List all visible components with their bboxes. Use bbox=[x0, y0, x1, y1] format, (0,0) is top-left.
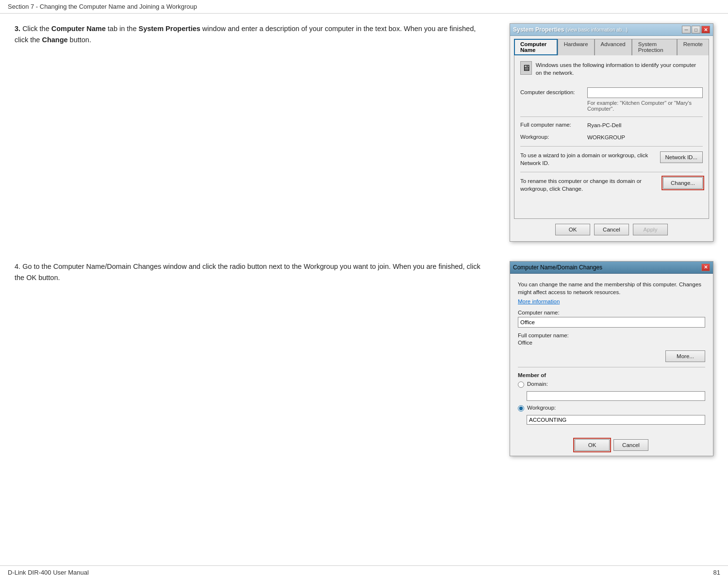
dialog2-footer: OK Cancel bbox=[510, 435, 713, 456]
dialog2-full-name-label: Full computer name: bbox=[518, 332, 705, 338]
workgroup-row: Workgroup: WORKGROUP bbox=[520, 134, 703, 141]
dialog1-tabs: Computer Name Hardware Advanced System P… bbox=[514, 39, 709, 55]
dialog1-minimize-btn[interactable]: ─ bbox=[682, 26, 691, 33]
page-footer: D-Link DIR-400 User Manual 81 bbox=[0, 565, 728, 579]
change-btn[interactable]: Change... bbox=[663, 177, 703, 189]
footer-right: 81 bbox=[713, 569, 720, 576]
main-content: 3. Click the Computer Name tab in the Sy… bbox=[0, 14, 728, 505]
domain-label: Domain: bbox=[527, 381, 548, 387]
network-id-text: To use a wizard to join a domain or work… bbox=[520, 151, 655, 167]
dialog2-close-btn[interactable]: ✕ bbox=[701, 264, 710, 271]
computer-icon: 🖥 bbox=[520, 61, 532, 75]
change-row: To rename this computer or change its do… bbox=[520, 177, 703, 193]
comp-desc-label: Computer description: bbox=[520, 89, 583, 95]
domain-input[interactable] bbox=[527, 391, 705, 401]
dialog1-footer: OK Cancel Apply bbox=[510, 219, 713, 241]
step3-text-before: Click the bbox=[22, 25, 51, 33]
dialog2-comp-name-label: Computer name: bbox=[518, 310, 705, 315]
member-of-label: Member of bbox=[518, 372, 705, 378]
domain-radio-row: Domain: bbox=[518, 381, 705, 388]
step3-text: 3. Click the Computer Name tab in the Sy… bbox=[15, 23, 490, 46]
step4-text-before: Go to the bbox=[22, 263, 53, 270]
tab-hardware[interactable]: Hardware bbox=[558, 39, 595, 55]
dialog2-titlebar: Computer Name/Domain Changes ✕ bbox=[510, 262, 713, 274]
workgroup-radio-row: Workgroup: bbox=[518, 405, 705, 412]
step4-text-after: button. bbox=[36, 274, 60, 281]
dialog1-titlebar: System Properties (view basic informatio… bbox=[510, 24, 713, 36]
workgroup-value: WORKGROUP bbox=[587, 134, 625, 141]
more-btn[interactable]: More... bbox=[665, 350, 705, 362]
dialog2-body: You can change the name and the membersh… bbox=[510, 274, 713, 435]
tab-computer-name[interactable]: Computer Name bbox=[514, 39, 558, 55]
dialog2-cancel-btn[interactable]: Cancel bbox=[613, 439, 648, 451]
more-btn-row: More... bbox=[518, 350, 705, 362]
dialog1-maximize-btn[interactable]: □ bbox=[692, 26, 700, 33]
step4-bold1: Computer Name/Domain Changes bbox=[53, 263, 161, 270]
dialog2-workgroup-label: Workgroup: bbox=[527, 405, 556, 411]
dialog2-full-name-value: Office bbox=[518, 340, 705, 346]
step4-number: 4. bbox=[15, 263, 20, 270]
dialog1-title: System Properties (view basic informatio… bbox=[513, 26, 628, 33]
step3-bold1: Computer Name bbox=[51, 25, 106, 33]
network-id-btn[interactable]: Network ID... bbox=[660, 151, 703, 163]
step3-text-mid1: tab in the bbox=[106, 25, 139, 33]
step4-bold2: OK bbox=[26, 274, 36, 281]
dialog1-info-text: Windows uses the following information t… bbox=[536, 61, 703, 77]
tab-advanced[interactable]: Advanced bbox=[595, 39, 632, 55]
domain-changes-dialog: Computer Name/Domain Changes ✕ You can c… bbox=[510, 261, 713, 456]
dialog2-comp-name-input[interactable] bbox=[518, 317, 705, 328]
domain-radio[interactable] bbox=[518, 381, 524, 388]
dialog2-window-controls: ✕ bbox=[701, 264, 710, 271]
full-name-label: Full computer name: bbox=[520, 122, 583, 128]
workgroup-label: Workgroup: bbox=[520, 134, 583, 140]
tab-system-protection[interactable]: System Protection bbox=[632, 39, 677, 55]
network-id-row: To use a wizard to join a domain or work… bbox=[520, 151, 703, 167]
step4-row: 4. Go to the Computer Name/Domain Change… bbox=[15, 261, 713, 456]
dialog2-full-name-row: Full computer name: Office bbox=[518, 332, 705, 346]
step3-row: 3. Click the Computer Name tab in the Sy… bbox=[15, 23, 713, 242]
more-info-link[interactable]: More information bbox=[518, 298, 560, 304]
comp-desc-input[interactable] bbox=[587, 87, 703, 98]
dialog1-tab-content: 🖥 Windows uses the following information… bbox=[514, 55, 709, 219]
step3-text-after: button. bbox=[68, 36, 91, 44]
step3-bold2: System Properties bbox=[138, 25, 200, 33]
footer-left: D-Link DIR-400 User Manual bbox=[8, 569, 89, 576]
dialog2-title: Computer Name/Domain Changes bbox=[513, 264, 602, 271]
dialog1-container: System Properties (view basic informatio… bbox=[510, 23, 713, 242]
dialog2-comp-name-row: Computer name: bbox=[518, 310, 705, 328]
dialog1-apply-btn[interactable]: Apply bbox=[633, 224, 668, 235]
dialog2-ok-btn[interactable]: OK bbox=[575, 439, 610, 451]
step4-text: 4. Go to the Computer Name/Domain Change… bbox=[15, 261, 490, 283]
dialog1-cancel-btn[interactable]: Cancel bbox=[594, 224, 629, 235]
full-name-value: Ryan-PC-Dell bbox=[587, 122, 621, 129]
workgroup-input[interactable] bbox=[527, 415, 705, 425]
step3-bold3: Change bbox=[42, 36, 67, 44]
comp-desc-row: Computer description: For example: "Kitc… bbox=[520, 87, 703, 112]
header-title: Section 7 - Changing the Computer Name a… bbox=[8, 3, 197, 10]
step3-number: 3. bbox=[15, 25, 20, 33]
system-properties-dialog: System Properties (view basic informatio… bbox=[510, 23, 713, 242]
comp-desc-example: For example: "Kitchen Computer" or "Mary… bbox=[587, 100, 703, 112]
dialog2-info-text: You can change the name and the membersh… bbox=[518, 281, 705, 296]
workgroup-radio[interactable] bbox=[518, 405, 524, 412]
dialog1-close-btn[interactable]: ✕ bbox=[701, 26, 710, 33]
dialog1-window-controls: ─ □ ✕ bbox=[682, 26, 710, 33]
dialog2-container: Computer Name/Domain Changes ✕ You can c… bbox=[510, 261, 713, 456]
dialog1-title-suffix: (view basic information ab...) bbox=[566, 27, 628, 33]
dialog1-ok-btn[interactable]: OK bbox=[555, 224, 590, 235]
full-name-row: Full computer name: Ryan-PC-Dell bbox=[520, 122, 703, 129]
page-header: Section 7 - Changing the Computer Name a… bbox=[0, 0, 728, 14]
change-text: To rename this computer or change its do… bbox=[520, 177, 658, 193]
tab-remote[interactable]: Remote bbox=[677, 39, 709, 55]
